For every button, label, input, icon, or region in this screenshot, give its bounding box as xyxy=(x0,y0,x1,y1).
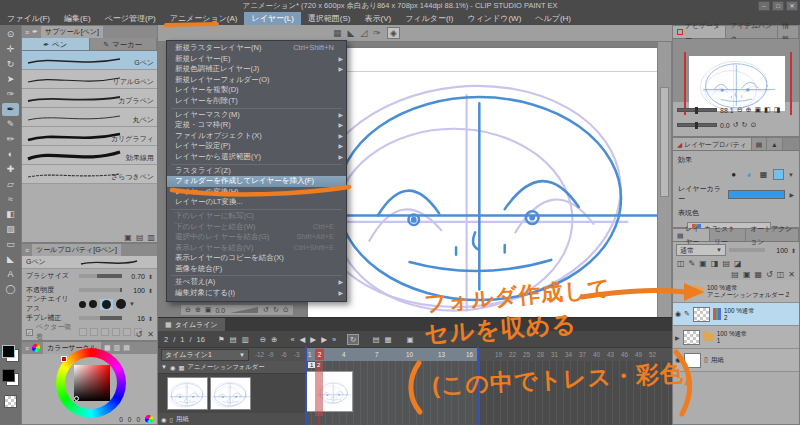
enable-mask-icon[interactable]: ▤ xyxy=(722,259,730,268)
set-ruler-icon[interactable]: ◪ xyxy=(734,259,742,268)
delete-subtool-icon[interactable]: ▥ xyxy=(147,233,155,242)
nav-zoom-out-icon[interactable]: ⊖ xyxy=(737,106,743,114)
balloon-tool-icon[interactable]: ◯ xyxy=(2,283,19,296)
prev-frame-icon[interactable]: ◀ xyxy=(300,335,306,344)
effect-border-icon[interactable]: ● xyxy=(728,169,739,180)
antialias-none-icon[interactable] xyxy=(79,301,86,308)
vector-snap-option[interactable] xyxy=(90,328,98,336)
cel-number-2[interactable]: 2 xyxy=(317,362,320,368)
new-subtool-folder-icon[interactable]: ▣ xyxy=(124,233,132,242)
layer-visible-icon[interactable]: ◉ xyxy=(675,356,681,364)
figure-tool-icon[interactable]: ▭ xyxy=(2,238,19,251)
layer-visible-icon[interactable]: ◉ xyxy=(684,287,690,295)
eyedropper-tool-icon[interactable]: ✑ xyxy=(2,88,19,101)
stabilize-spinner[interactable]: ⬍ xyxy=(148,315,153,322)
menu-item-lt-convert[interactable]: レイヤーのLT変換... xyxy=(167,197,346,208)
antialias-dropdown[interactable]: ▼ xyxy=(129,301,135,307)
reset-rotate-icon[interactable]: ⊙ xyxy=(283,306,289,314)
layer-row-animation-folder[interactable]: ▼ ◉ 100 %通常アニメーションフォルダー 2 xyxy=(673,280,799,303)
blend-mode-dropdown[interactable]: 通常▼ xyxy=(676,244,726,256)
operation-tool-icon[interactable]: ➤ xyxy=(2,73,19,86)
panel-menu-icon[interactable]: ≡ xyxy=(25,345,29,352)
fill-tool-icon[interactable]: ◧ xyxy=(2,208,19,221)
opacity-value[interactable]: 100 xyxy=(125,287,145,294)
eraser-tool-icon[interactable]: ▱ xyxy=(2,178,19,191)
menu-item-file-object[interactable]: ファイルオブジェクト(X)▶ xyxy=(167,131,346,142)
fps-value[interactable]: 2 xyxy=(164,335,168,344)
tab-history[interactable]: ヒストリー xyxy=(710,229,746,241)
reset-settings-icon[interactable]: ↺ xyxy=(136,330,143,339)
menu-help[interactable]: ヘルプ(H) xyxy=(528,12,578,25)
cel-block[interactable] xyxy=(306,371,353,412)
menu-item-arrange[interactable]: 並べ替え(A)▶ xyxy=(167,277,346,288)
maximize-button[interactable]: □ xyxy=(772,1,784,11)
brush-item-calligraphy[interactable]: カリグラフィ xyxy=(22,127,157,146)
timeline-name-dropdown[interactable]: タイムライン1▼ xyxy=(161,349,249,361)
register-settings-icon[interactable]: ✕ xyxy=(147,330,154,339)
nav-flip-h-icon[interactable]: ◧ xyxy=(764,106,771,114)
snap-special-icon[interactable]: ◿ xyxy=(360,28,367,38)
timeline-option-icon[interactable]: ▣ xyxy=(407,335,414,344)
menu-item-new-layer[interactable]: 新規レイヤー(E)▶ xyxy=(167,54,346,65)
next-frame-icon[interactable]: ▶ xyxy=(321,335,327,344)
menu-item-layer-mask[interactable]: レイヤーマスク(M)▶ xyxy=(167,110,346,121)
folder-expand-icon[interactable]: ▼ xyxy=(675,288,681,294)
new-subtool-icon[interactable]: ▤ xyxy=(136,233,144,242)
timeline-tab[interactable]: ▦タイムライン xyxy=(158,318,225,331)
cel-number-1[interactable]: 1 xyxy=(308,362,315,368)
range-start-marker[interactable] xyxy=(305,347,307,425)
duplicate-layer-icon[interactable]: ▦ xyxy=(754,270,762,279)
menu-item-layer-settings[interactable]: レイヤー設定(P)▶ xyxy=(167,141,346,152)
menu-selection[interactable]: 選択範囲(S) xyxy=(301,12,358,25)
loop-playback-icon[interactable]: ↻ xyxy=(347,334,359,345)
nav-rotate-right-icon[interactable]: ↻ xyxy=(742,121,748,129)
layer-row-cel-2[interactable]: ◉ ✎ 100 %通常2 xyxy=(673,303,799,326)
snap-ruler-icon[interactable]: ◣ xyxy=(348,28,355,38)
tab-marker[interactable]: ✎マーカー xyxy=(90,38,158,50)
new-cel-icon[interactable]: ▤ xyxy=(372,335,379,344)
menu-item-set-as-edit-target[interactable]: 編集対象にする(I)▶ xyxy=(167,288,346,299)
panel-menu-icon[interactable]: ≡ xyxy=(25,29,29,36)
timeline-ruler[interactable]: タイムライン1▼ -12 -9 -6 -3 1 4 7 10 13 16 19 … xyxy=(158,347,672,361)
tab-tool-navigation[interactable]: ▤ xyxy=(752,138,767,150)
menu-file[interactable]: ファイル(F) xyxy=(0,12,57,25)
nav-flip-v-icon[interactable]: ◨ xyxy=(774,106,781,114)
brush-item-kabura[interactable]: カブラペン xyxy=(22,89,157,108)
stabilize-value[interactable]: 16 xyxy=(125,315,145,322)
airbrush-tool-icon[interactable]: ◐ xyxy=(2,148,19,161)
lock-transparent-icon[interactable]: ◨ xyxy=(711,259,719,268)
tab-layer-property[interactable]: ◢レイヤープロパティ xyxy=(673,138,752,150)
menu-item-convert-layer[interactable]: レイヤーの変換(H)... xyxy=(167,187,346,198)
brush-tool-icon[interactable]: ✏ xyxy=(2,133,19,146)
menu-edit[interactable]: 編集(E) xyxy=(57,12,98,25)
menu-filter[interactable]: フィルター(I) xyxy=(398,12,460,25)
nav-reset-rotate-icon[interactable]: ⊙ xyxy=(750,121,756,129)
layer-row-cel-1[interactable]: ▶ 100 %通常1 xyxy=(673,326,799,349)
layer-opacity-slider[interactable] xyxy=(729,248,765,252)
vector-snap-option[interactable] xyxy=(79,328,87,336)
antialias-strong-icon[interactable] xyxy=(116,299,126,309)
effect-halftone-icon[interactable]: ▦ xyxy=(758,169,769,180)
main-color-swatch[interactable] xyxy=(2,369,15,382)
menu-window[interactable]: ウィンドウ(W) xyxy=(460,12,528,25)
playhead-frame-label[interactable]: 2 xyxy=(315,349,324,360)
brush-size-spinner[interactable]: ⬍ xyxy=(148,273,153,280)
grid-icon[interactable]: ▦ xyxy=(333,28,342,38)
go-start-icon[interactable]: « xyxy=(290,335,294,344)
effect-dropdown-icon[interactable]: ▼ xyxy=(788,172,794,178)
layer-row-paper[interactable]: ◉ ▯ 用紙 xyxy=(673,349,799,372)
brush-item-effect-line[interactable]: 効果線用 xyxy=(22,146,157,165)
color-slider-tab-icon[interactable]: ▥ xyxy=(114,344,121,352)
draft-layer-icon[interactable]: ✎ xyxy=(689,259,696,268)
range-end-marker[interactable] xyxy=(477,347,479,425)
zoom-out-icon[interactable]: ⊖ xyxy=(185,306,191,314)
tab-layer[interactable]: ▤レイヤー xyxy=(673,229,710,241)
nav-fit-icon[interactable]: ▣ xyxy=(754,106,761,114)
zoom-in-icon[interactable]: ⊕ xyxy=(195,306,201,314)
menu-page-manage[interactable]: ページ管理(P) xyxy=(98,12,163,25)
cel-settings-icon[interactable]: ▦ xyxy=(384,335,391,344)
brush-item-rough[interactable]: ざらつきペン xyxy=(22,165,157,184)
cel-thumbnail-2[interactable] xyxy=(210,377,251,410)
menu-item-selection-from-layer[interactable]: レイヤーから選択範囲(Y)▶ xyxy=(167,152,346,163)
transfer-icon[interactable]: ↺ xyxy=(766,270,773,279)
